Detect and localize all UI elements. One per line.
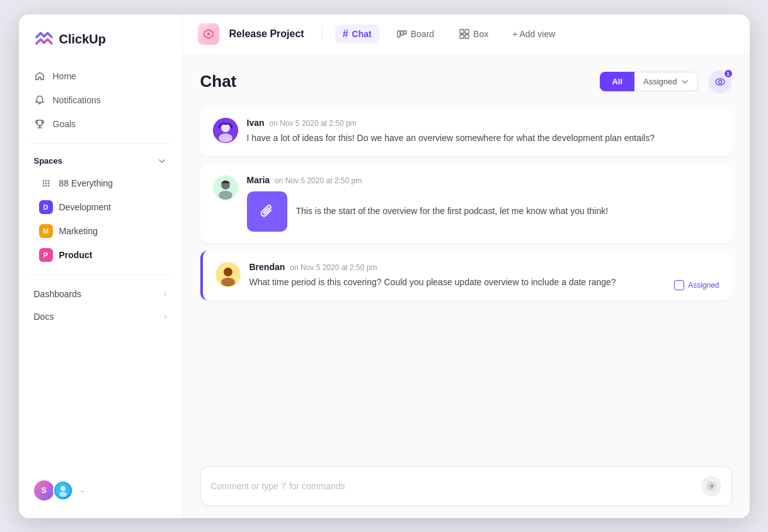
svg-point-30 bbox=[221, 278, 235, 286]
svg-rect-19 bbox=[465, 35, 469, 38]
add-view-button[interactable]: + Add view bbox=[506, 25, 561, 43]
spaces-label: Spaces bbox=[34, 156, 63, 166]
assigned-label: Assigned bbox=[688, 281, 719, 290]
sidebar-item-goals[interactable]: Goals bbox=[26, 113, 175, 135]
ivan-time: on Nov 5 2020 at 2:50 pm bbox=[270, 119, 357, 128]
sidebar-item-development[interactable]: D Development bbox=[24, 195, 177, 219]
project-title: Release Project bbox=[229, 28, 304, 40]
user2-img bbox=[55, 483, 71, 498]
clickup-logo-icon bbox=[34, 30, 54, 50]
maria-message-content: Maria on Nov 5 2020 at 2:50 pm This is t… bbox=[247, 175, 719, 232]
svg-point-20 bbox=[716, 79, 725, 85]
dashboards-section[interactable]: Dashboards › bbox=[19, 283, 182, 305]
filter-chevron-icon bbox=[681, 78, 689, 86]
ivan-author: Ivan bbox=[247, 118, 265, 128]
svg-point-4 bbox=[45, 182, 47, 184]
chat-area: Chat All Assigned bbox=[183, 55, 750, 458]
attachment-text: This is the start of the overview for th… bbox=[296, 205, 609, 218]
user-avatar-2[interactable] bbox=[53, 480, 73, 501]
everything-grid-icon bbox=[39, 176, 53, 190]
message-card-brendan: Brendan on Nov 5 2020 at 2:50 pm What ti… bbox=[200, 251, 732, 300]
ivan-msg-header: Ivan on Nov 5 2020 at 2:50 pm bbox=[247, 118, 719, 128]
tab-chat[interactable]: # Chat bbox=[335, 25, 379, 43]
tab-board[interactable]: Board bbox=[389, 25, 442, 43]
filter-row: All Assigned bbox=[600, 72, 697, 91]
message-card-ivan: Ivan on Nov 5 2020 at 2:50 pm I have a l… bbox=[200, 106, 732, 156]
svg-point-11 bbox=[59, 492, 67, 497]
everything-label: 88 Everything bbox=[59, 178, 113, 188]
sidebar-item-home[interactable]: Home bbox=[26, 65, 175, 88]
ivan-message-content: Ivan on Nov 5 2020 at 2:50 pm I have a l… bbox=[247, 118, 719, 145]
sidebar-notifications-label: Notifications bbox=[53, 95, 101, 105]
eye-icon bbox=[714, 76, 726, 88]
svg-point-7 bbox=[45, 184, 47, 186]
sidebar-divider-1 bbox=[29, 143, 172, 144]
tab-box[interactable]: Box bbox=[452, 25, 496, 43]
sidebar-divider-2 bbox=[29, 274, 172, 275]
main-area: Release Project # Chat Board bbox=[183, 14, 750, 518]
sidebar-item-notifications[interactable]: Notifications bbox=[26, 89, 175, 111]
app-name: ClickUp bbox=[59, 32, 106, 47]
watch-badge: 1 bbox=[723, 69, 733, 79]
sidebar-footer: S ⌄ bbox=[19, 473, 182, 508]
message-card-maria: Maria on Nov 5 2020 at 2:50 pm This is t… bbox=[200, 164, 732, 243]
svg-point-8 bbox=[47, 184, 49, 186]
marketing-badge: M bbox=[39, 224, 53, 238]
spaces-section-header[interactable]: Spaces bbox=[19, 151, 182, 171]
chat-header: Chat All Assigned bbox=[200, 70, 732, 94]
user-avatar-1[interactable]: S bbox=[34, 480, 54, 501]
brendan-message-content: Brendan on Nov 5 2020 at 2:50 pm What ti… bbox=[249, 262, 719, 289]
send-message-button[interactable] bbox=[701, 476, 721, 496]
home-icon bbox=[34, 71, 45, 82]
maria-time: on Nov 5 2020 at 2:50 pm bbox=[275, 176, 362, 185]
watch-button[interactable]: 1 bbox=[708, 70, 732, 94]
svg-rect-14 bbox=[401, 31, 403, 35]
sidebar-item-everything[interactable]: 88 Everything bbox=[24, 171, 177, 195]
svg-point-3 bbox=[42, 182, 44, 184]
footer-chevron-icon: ⌄ bbox=[79, 486, 85, 494]
svg-point-27 bbox=[219, 191, 232, 200]
messages-list: Ivan on Nov 5 2020 at 2:50 pm I have a l… bbox=[200, 106, 732, 458]
paperclip-icon bbox=[258, 203, 276, 220]
maria-avatar bbox=[213, 175, 238, 200]
docs-arrow-icon: › bbox=[164, 312, 167, 321]
sidebar-home-label: Home bbox=[53, 71, 76, 81]
sidebar-item-product[interactable]: P Product bbox=[24, 243, 177, 267]
spaces-chevron-icon bbox=[157, 156, 167, 166]
sidebar-item-marketing[interactable]: M Marketing bbox=[24, 219, 177, 243]
logo: ClickUp bbox=[19, 30, 182, 65]
svg-rect-17 bbox=[465, 30, 469, 33]
attachment-icon[interactable] bbox=[247, 191, 287, 232]
development-badge: D bbox=[39, 200, 53, 214]
docs-section[interactable]: Docs › bbox=[19, 305, 182, 328]
svg-point-2 bbox=[47, 179, 49, 181]
development-label: Development bbox=[59, 202, 112, 212]
chat-title: Chat bbox=[200, 72, 237, 91]
marketing-label: Marketing bbox=[59, 226, 98, 236]
main-nav: Home Notifications bbox=[19, 65, 182, 135]
svg-point-6 bbox=[42, 184, 44, 186]
svg-point-21 bbox=[718, 80, 721, 83]
tab-box-label: Box bbox=[473, 29, 488, 39]
svg-rect-13 bbox=[398, 31, 400, 37]
svg-rect-15 bbox=[404, 31, 406, 34]
sidebar-goals-label: Goals bbox=[53, 119, 76, 129]
svg-point-0 bbox=[42, 179, 44, 181]
assigned-badge[interactable]: Assigned bbox=[674, 280, 719, 290]
svg-rect-16 bbox=[460, 30, 464, 33]
app-container: ClickUp Home Notifications bbox=[19, 14, 750, 518]
comment-placeholder: Comment or type '/' for commands bbox=[211, 481, 345, 491]
chat-tab-hash-icon: # bbox=[343, 28, 348, 40]
board-icon bbox=[397, 29, 407, 39]
filter-all-button[interactable]: All bbox=[600, 72, 634, 91]
svg-point-1 bbox=[45, 179, 47, 181]
assigned-checkbox[interactable] bbox=[674, 280, 684, 290]
top-bar: Release Project # Chat Board bbox=[183, 14, 750, 55]
filter-assigned-button[interactable]: Assigned bbox=[634, 72, 697, 91]
dashboards-arrow-icon: › bbox=[164, 290, 167, 298]
topbar-divider bbox=[322, 28, 323, 40]
product-label: Product bbox=[59, 250, 93, 260]
trophy-icon bbox=[34, 118, 45, 130]
ivan-text: I have a lot of ideas for this! Do we ha… bbox=[247, 132, 719, 145]
bell-icon bbox=[34, 94, 45, 106]
